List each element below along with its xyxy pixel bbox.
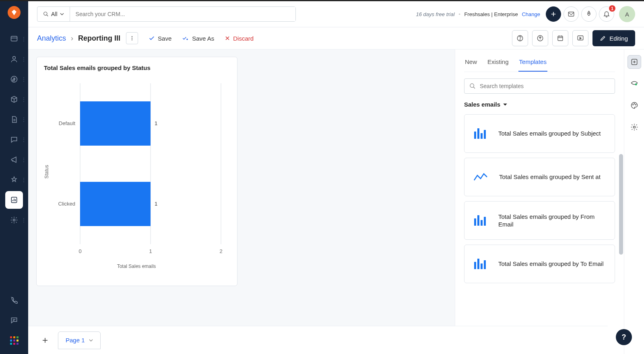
page-tabs-bar: Page 1	[28, 326, 608, 354]
add-widget-icon[interactable]	[627, 55, 641, 69]
chart-title: Total Sales emails grouped by Status	[44, 64, 230, 71]
template-card[interactable]: Total Sales emails grouped by To Email	[464, 245, 615, 283]
bar-chart-icon	[473, 214, 487, 226]
template-label: Total Sales emails grouped by To Email	[498, 260, 604, 268]
svg-point-46	[635, 105, 636, 105]
template-card[interactable]: Total Sales emails grouped by Subject	[464, 114, 615, 153]
svg-rect-39	[477, 259, 479, 269]
page-tab[interactable]: Page 1	[58, 331, 101, 349]
chevron-down-icon	[60, 12, 64, 16]
search-scope-label: All	[51, 11, 58, 17]
svg-point-44	[632, 105, 633, 105]
help-icon[interactable]	[512, 30, 528, 46]
svg-point-11	[187, 39, 188, 40]
nav-automation-icon[interactable]: ⋮	[5, 171, 23, 189]
svg-text:2: 2	[219, 248, 222, 254]
chart-y-axis-label: Status	[44, 165, 50, 179]
svg-text:1: 1	[155, 201, 157, 207]
change-plan-link[interactable]: Change	[522, 11, 540, 17]
svg-text:0: 0	[78, 248, 81, 254]
template-label: Total Sales emails grouped by From Email	[498, 213, 606, 228]
nav-dashboard-icon[interactable]: ⋮	[5, 30, 23, 48]
chart-plot: 012Default1Clicked1	[44, 75, 229, 268]
nav-deals-icon[interactable]: ⋮	[5, 70, 23, 88]
export-icon[interactable]	[532, 30, 548, 46]
nav-conversations-icon[interactable]: ⋮	[5, 131, 23, 148]
svg-point-7	[588, 13, 589, 14]
template-search-input[interactable]	[480, 83, 610, 89]
svg-point-10	[132, 39, 132, 40]
svg-text:1: 1	[149, 248, 152, 254]
scrollbar-thumb[interactable]	[619, 154, 623, 255]
nav-products-icon[interactable]: ⋮	[5, 91, 23, 108]
line-chart-icon	[473, 172, 488, 182]
svg-point-8	[132, 36, 132, 37]
filter-icon[interactable]	[627, 77, 641, 91]
chart-widget[interactable]: Total Sales emails grouped by Status Sta…	[36, 57, 237, 286]
svg-rect-41	[484, 260, 486, 269]
more-menu-button[interactable]	[126, 32, 138, 44]
svg-text:Default: Default	[59, 120, 76, 126]
search-icon	[43, 11, 49, 17]
tab-templates[interactable]: Templates	[518, 55, 547, 72]
mini-toolbar	[624, 49, 644, 354]
bar-chart-icon	[473, 258, 487, 270]
nav-contacts-icon[interactable]: ⋮	[5, 50, 23, 68]
user-avatar[interactable]: A	[619, 6, 635, 22]
check-icon	[149, 35, 155, 41]
left-sidebar: ⋮ ⋮ ⋮ ⋮ ⋮ ⋮ ⋮ ⋮	[0, 1, 28, 354]
save-button[interactable]: Save	[149, 35, 171, 42]
svg-point-45	[634, 103, 635, 104]
app-logo[interactable]	[8, 6, 21, 19]
nav-phone-icon[interactable]	[5, 291, 23, 309]
svg-point-9	[132, 38, 132, 39]
template-group-toggle[interactable]: Sales emails	[464, 101, 615, 108]
svg-rect-31	[477, 128, 479, 139]
add-page-button[interactable]	[37, 332, 53, 348]
nav-analytics-icon[interactable]	[5, 191, 23, 209]
discard-button[interactable]: Discard	[225, 35, 254, 42]
svg-point-4	[13, 219, 15, 221]
svg-rect-37	[484, 217, 486, 226]
nav-apps-icon[interactable]	[5, 331, 23, 349]
config-icon[interactable]	[627, 120, 641, 134]
check-all-icon	[182, 35, 189, 41]
template-card[interactable]: Total Sales emails grouped by From Email	[464, 201, 615, 240]
svg-rect-35	[477, 215, 479, 226]
nav-documents-icon[interactable]: ⋮	[5, 111, 23, 128]
close-icon	[225, 35, 230, 41]
editing-mode-button[interactable]: Editing	[592, 30, 635, 46]
help-bubble[interactable]: ?	[616, 329, 632, 345]
pencil-icon	[600, 35, 606, 41]
bell-icon[interactable]: 1	[599, 6, 614, 22]
svg-rect-38	[474, 262, 476, 269]
theme-icon[interactable]	[627, 99, 641, 112]
svg-point-1	[13, 56, 16, 59]
svg-rect-30	[474, 132, 476, 139]
rocket-icon[interactable]	[581, 6, 597, 22]
svg-rect-33	[484, 130, 486, 139]
template-card[interactable]: Total Sales emails grouped by Sent at	[464, 158, 615, 196]
tab-existing[interactable]: Existing	[487, 55, 510, 72]
save-as-button[interactable]: Save As	[182, 35, 214, 42]
template-label: Total Sales emails grouped by Subject	[498, 130, 601, 138]
present-icon[interactable]	[572, 30, 588, 46]
search-scope-dropdown[interactable]: All	[37, 7, 70, 21]
nav-settings-icon[interactable]: ⋮	[5, 211, 23, 229]
svg-rect-36	[481, 220, 483, 226]
svg-point-29	[470, 84, 474, 87]
add-button[interactable]	[546, 6, 561, 22]
nav-campaigns-icon[interactable]: ⋮	[5, 151, 23, 169]
search-input[interactable]	[70, 7, 295, 21]
chart-x-axis-label: Total Sales emails	[117, 263, 156, 269]
tab-new[interactable]: New	[464, 55, 478, 72]
template-search	[464, 78, 615, 94]
schedule-icon[interactable]	[552, 30, 568, 46]
breadcrumb-root[interactable]: Analytics	[37, 34, 66, 43]
nav-chat-icon[interactable]	[5, 311, 23, 329]
mail-icon[interactable]	[564, 6, 579, 22]
svg-point-47	[633, 126, 635, 128]
action-bar: Analytics › Reporting III Save Save As D…	[28, 27, 644, 49]
svg-rect-15	[558, 36, 563, 41]
template-label: Total Sales emails grouped by Sent at	[499, 173, 601, 181]
